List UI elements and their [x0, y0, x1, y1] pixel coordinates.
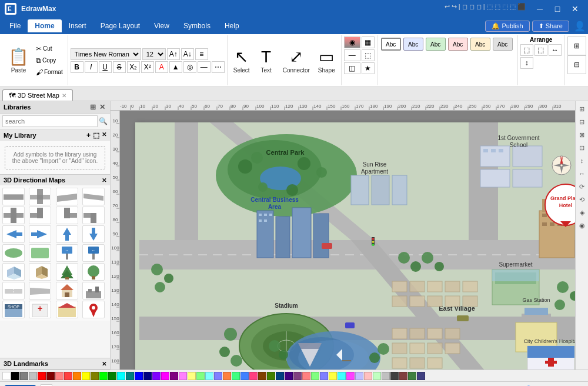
strikethrough-button[interactable]: S: [113, 61, 126, 73]
menu-home[interactable]: Home: [28, 19, 61, 32]
import-icon[interactable]: ⬚: [93, 131, 99, 139]
font-size-select[interactable]: 12: [142, 48, 166, 60]
italic-button[interactable]: I: [85, 61, 98, 73]
color-swatch[interactable]: [64, 372, 72, 380]
color-swatch[interactable]: [99, 372, 108, 380]
shape-tree-2[interactable]: [82, 263, 105, 281]
color-swatch[interactable]: [91, 372, 99, 380]
maximize-button[interactable]: □: [549, 3, 566, 15]
landmarks-header[interactable]: 3D Landmarks ✕: [0, 358, 110, 369]
menu-insert[interactable]: Insert: [62, 19, 93, 32]
shape-arrow-2[interactable]: [29, 225, 51, 243]
color-swatch[interactable]: [399, 372, 407, 380]
shape-arrow-1[interactable]: [2, 225, 25, 243]
menu-page-layout[interactable]: Page Layout: [93, 19, 147, 32]
menu-symbols[interactable]: Symbols: [176, 19, 218, 32]
shape-turn-3[interactable]: [82, 207, 105, 224]
shape-road-3[interactable]: [56, 188, 78, 205]
shape-building-1[interactable]: [2, 263, 25, 281]
color-swatch[interactable]: [152, 372, 161, 380]
highlight-button[interactable]: ▲: [169, 61, 182, 73]
search-input[interactable]: [2, 115, 98, 127]
format-button[interactable]: 🖌Format: [34, 67, 65, 78]
align-button[interactable]: ≡: [195, 48, 208, 60]
right-tool-5[interactable]: ↕: [577, 155, 587, 166]
color-swatch[interactable]: [346, 372, 355, 380]
right-tool-8[interactable]: ⟲: [577, 194, 587, 205]
sup-button[interactable]: X²: [141, 61, 154, 73]
color-swatch[interactable]: [267, 372, 275, 380]
shape-pin-1[interactable]: [82, 301, 105, 318]
shape-turn-1[interactable]: [29, 207, 51, 224]
shape-tree-1[interactable]: [56, 263, 78, 281]
fill-color-btn[interactable]: ◉: [344, 36, 360, 48]
text-button[interactable]: T Text: [255, 45, 278, 76]
line-color-btn[interactable]: —: [344, 49, 360, 61]
color-swatch[interactable]: [320, 372, 328, 380]
right-tool-1[interactable]: ⊞: [577, 104, 587, 114]
color-swatch[interactable]: [117, 372, 125, 380]
share-button[interactable]: ⬆ Share: [532, 21, 569, 32]
color-swatch[interactable]: [29, 372, 37, 380]
shape-road-flat-1[interactable]: [2, 282, 25, 300]
effect-btn[interactable]: ★: [362, 62, 375, 74]
right-tool-4[interactable]: ⊡: [577, 142, 587, 153]
color-swatch[interactable]: [188, 372, 196, 380]
extra-btn-1[interactable]: ⊞: [567, 36, 586, 55]
font-increase-button[interactable]: A↑: [167, 48, 180, 60]
color-swatch[interactable]: [179, 372, 187, 380]
color-swatch[interactable]: [390, 372, 399, 380]
right-tool-7[interactable]: ⟳: [577, 181, 587, 192]
shape-house-1[interactable]: [56, 282, 78, 300]
color-swatch[interactable]: [205, 372, 213, 380]
right-tool-6[interactable]: ↔: [577, 168, 587, 179]
color-swatch[interactable]: [355, 372, 363, 380]
shape-factory-1[interactable]: [82, 282, 105, 300]
color-swatch[interactable]: [135, 372, 143, 380]
shape-road-flat-2[interactable]: [29, 282, 51, 300]
color-swatch[interactable]: [196, 372, 205, 380]
shape-hospital-1[interactable]: +: [29, 301, 51, 318]
canvas-paper[interactable]: Central Park 1st Government S: [135, 122, 575, 370]
color-swatch[interactable]: [311, 372, 319, 380]
my-library-close[interactable]: ✕: [102, 131, 106, 139]
landmarks-close[interactable]: ✕: [102, 361, 106, 367]
shape-arrow-4[interactable]: [82, 225, 105, 243]
color-swatch[interactable]: [408, 372, 416, 380]
search-icon[interactable]: 🔍: [99, 117, 108, 125]
line-button[interactable]: —: [198, 61, 211, 73]
color-swatch[interactable]: [38, 372, 46, 380]
color-swatch[interactable]: [249, 372, 258, 380]
color-swatch[interactable]: [46, 372, 55, 380]
color-swatch[interactable]: [223, 372, 231, 380]
add-page-button[interactable]: +: [41, 384, 52, 387]
color-swatch[interactable]: [214, 372, 222, 380]
shape-cross-1[interactable]: [2, 207, 25, 224]
style-swatch-3[interactable]: Abc: [426, 38, 446, 51]
right-tool-2[interactable]: ⊟: [577, 117, 587, 127]
arrange-btn-3[interactable]: ↔: [549, 44, 562, 56]
shape-school-1[interactable]: [56, 301, 78, 318]
my-library-header[interactable]: My Library + ⬚ ✕: [0, 129, 110, 141]
color-swatch[interactable]: [11, 372, 19, 380]
line2-btn[interactable]: ⬚: [362, 49, 375, 61]
shadow-btn[interactable]: ◫: [344, 62, 360, 74]
color-swatch[interactable]: [55, 372, 64, 380]
shape-sign-1[interactable]: →: [56, 244, 78, 262]
select-button[interactable]: ↖ Select: [230, 45, 253, 76]
shape-shop-1[interactable]: SHOP: [2, 301, 25, 318]
color-swatch[interactable]: [82, 372, 90, 380]
color-swatch[interactable]: [329, 372, 337, 380]
shape-button[interactable]: ▭ Shape: [315, 45, 339, 76]
color-swatch[interactable]: [302, 372, 310, 380]
shape-road-4[interactable]: [82, 188, 105, 205]
style-swatch-1[interactable]: Abc: [381, 38, 401, 51]
shape-park-1[interactable]: [29, 244, 51, 262]
copy-button[interactable]: ⧉Copy: [34, 55, 65, 66]
menu-help[interactable]: Help: [218, 19, 246, 32]
menu-file[interactable]: File: [2, 19, 28, 32]
font-color-button[interactable]: A: [155, 61, 168, 73]
shape-building-2[interactable]: [29, 263, 51, 281]
color-swatch[interactable]: [285, 372, 293, 380]
font-family-select[interactable]: Times New Roman: [71, 48, 141, 60]
